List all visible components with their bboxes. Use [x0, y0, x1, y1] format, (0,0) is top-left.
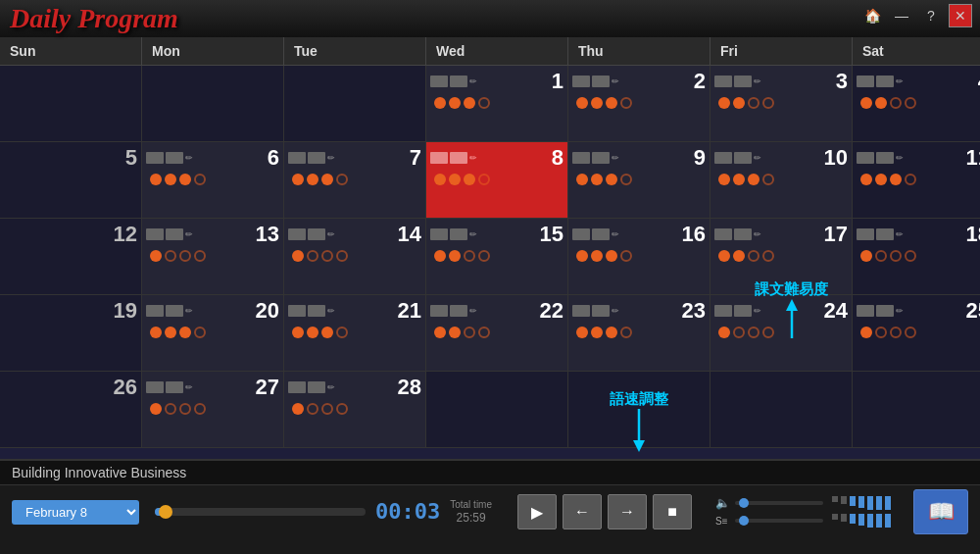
cal-cell-sat-1[interactable]: ✏ 4: [853, 66, 980, 141]
cal-cell-mon-3[interactable]: ✏ 13: [142, 219, 284, 294]
cal-cell-empty[interactable]: [0, 66, 142, 141]
header-sat: Sat: [853, 37, 980, 65]
cal-cell-tue-3[interactable]: ✏ 14: [284, 219, 426, 294]
home-icon[interactable]: 🏠: [860, 4, 884, 27]
speech-rate-icon: S≡: [715, 516, 731, 527]
week-row-5: 26 ✏ 27 ✏ 28: [0, 372, 980, 448]
cal-cell-tue-4[interactable]: ✏ 21: [284, 295, 426, 371]
volume-row: 🔈: [715, 496, 892, 510]
progress-area: 00:03 Total time 25:59: [147, 497, 500, 527]
volume-handle[interactable]: [739, 498, 749, 508]
cal-cell-empty: [710, 372, 853, 447]
speech-rate-handle[interactable]: [739, 516, 749, 526]
volume-icon: 🔈: [715, 496, 731, 510]
help-icon[interactable]: ?: [919, 4, 943, 27]
title-bar: Daily Program 🏠 — ? ✕: [0, 0, 980, 37]
calendar-header: Sun Mon Tue Wed Thu Fri Sat: [0, 37, 980, 66]
app-title: Daily Program: [10, 3, 178, 34]
cal-cell-sat-4[interactable]: ✏ 25: [853, 295, 980, 371]
cal-cell-empty[interactable]: [284, 66, 426, 141]
header-wed: Wed: [426, 37, 568, 65]
controls-row: February 8 00:03 Total time 25:59 ▶ ← → …: [0, 485, 980, 538]
week-row-4: 19 ✏ 20 ✏ 21: [0, 295, 980, 372]
date-select[interactable]: February 8: [12, 500, 139, 525]
lesson-title: Building Innovative Business: [0, 461, 980, 485]
cal-cell-sun-5[interactable]: 26: [0, 372, 142, 447]
cal-cell-sat-3[interactable]: ✏ 18: [853, 219, 980, 294]
play-button[interactable]: ▶: [517, 494, 557, 529]
playback-controls: ▶ ← → ■: [517, 494, 692, 529]
week-row-3: 12 ✏ 13 ✏ 14: [0, 219, 980, 295]
calendar-grid: ✏ 1 ✏ 2 ✏ 3: [0, 66, 980, 448]
progress-bar[interactable]: [155, 508, 366, 516]
cal-cell-tue-5[interactable]: ✏ 28: [284, 372, 426, 447]
cal-cell-empty: [853, 372, 980, 447]
close-icon[interactable]: ✕: [949, 4, 972, 27]
volume-track[interactable]: [735, 501, 823, 505]
cal-cell-empty[interactable]: [142, 66, 284, 141]
cal-cell-wed-1[interactable]: ✏ 1: [426, 66, 568, 141]
calendar-area: Sun Mon Tue Wed Thu Fri Sat ✏ 1: [0, 37, 980, 459]
cal-cell-sun-2[interactable]: 5: [0, 142, 142, 218]
cal-cell-empty: [426, 372, 568, 447]
cal-cell-fri-1[interactable]: ✏ 3: [710, 66, 853, 141]
speech-rate-track[interactable]: [735, 519, 823, 523]
total-time: Total time 25:59: [450, 497, 492, 527]
prev-button[interactable]: ←: [563, 494, 602, 529]
cal-cell-fri-4[interactable]: ✏ 24: [710, 295, 853, 371]
bottom-bar: Building Innovative Business February 8 …: [0, 459, 980, 554]
minimize-icon[interactable]: —: [890, 4, 913, 27]
progress-handle[interactable]: [159, 505, 172, 519]
time-display: 00:03: [375, 499, 440, 524]
header-sun: Sun: [0, 37, 142, 65]
cal-cell-tue-2[interactable]: ✏ 7: [284, 142, 426, 218]
cal-cell-thu-4[interactable]: ✏ 23: [568, 295, 710, 371]
cal-cell-wed-3[interactable]: ✏ 15: [426, 219, 568, 294]
cal-cell-sat-2[interactable]: ✏ 11: [853, 142, 980, 218]
next-button[interactable]: →: [608, 494, 647, 529]
cal-cell-sun-4[interactable]: 19: [0, 295, 142, 371]
header-tue: Tue: [284, 37, 426, 65]
cal-cell-wed-4[interactable]: ✏ 22: [426, 295, 568, 371]
window-controls: 🏠 — ? ✕: [860, 4, 972, 27]
speed-controls: 🔈 S≡: [715, 496, 892, 528]
cal-cell-thu-2[interactable]: ✏ 9: [568, 142, 710, 218]
header-thu: Thu: [568, 37, 710, 65]
header-fri: Fri: [710, 37, 853, 65]
cal-cell-mon-5[interactable]: ✏ 27: [142, 372, 284, 447]
cal-cell-wed-2-selected[interactable]: ✏ 8: [426, 142, 568, 218]
cal-cell-empty: [568, 372, 710, 447]
week-row-1: ✏ 1 ✏ 2 ✏ 3: [0, 66, 980, 142]
stop-button[interactable]: ■: [653, 494, 692, 529]
cal-cell-fri-3[interactable]: ✏ 17: [710, 219, 853, 294]
cal-cell-thu-1[interactable]: ✏ 2: [568, 66, 710, 141]
book-button[interactable]: 📖: [913, 489, 968, 534]
week-row-2: 5 ✏ 6 ✏ 7: [0, 142, 980, 219]
cal-cell-mon-2[interactable]: ✏ 6: [142, 142, 284, 218]
header-mon: Mon: [142, 37, 284, 65]
speech-rate-bars: [831, 514, 892, 528]
cal-cell-fri-2[interactable]: ✏ 10: [710, 142, 853, 218]
cal-cell-mon-4[interactable]: ✏ 20: [142, 295, 284, 371]
cal-cell-sun-3[interactable]: 12: [0, 219, 142, 294]
speech-rate-row: S≡: [715, 514, 892, 528]
volume-bars: [831, 496, 892, 510]
cal-cell-thu-3[interactable]: ✏ 16: [568, 219, 710, 294]
